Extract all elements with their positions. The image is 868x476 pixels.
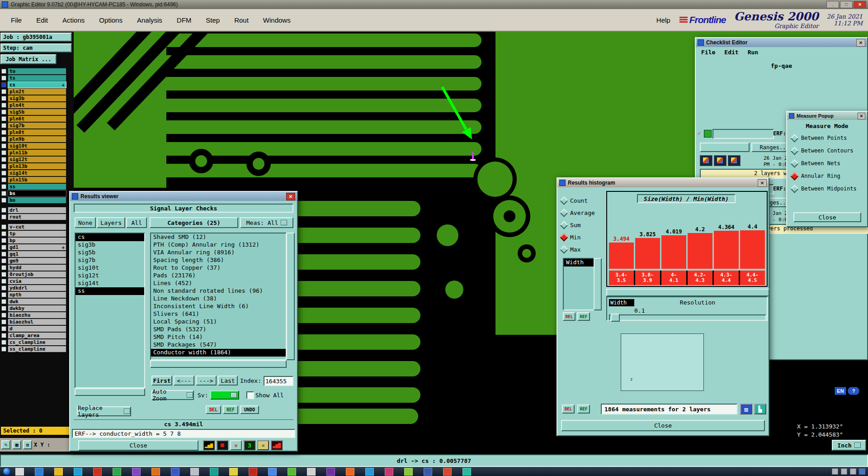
layer-name[interactable]: pln6t — [8, 115, 66, 122]
histogram-bar[interactable]: 3.494 — [609, 236, 634, 269]
list-item[interactable]: sig14t — [75, 280, 144, 287]
taskbar-app-icon[interactable] — [424, 468, 432, 476]
job-matrix-button[interactable]: Job Matrix ... — [0, 54, 57, 64]
close-icon[interactable]: ✕ — [854, 1, 866, 8]
layer-checkbox[interactable] — [1, 208, 6, 213]
count-icon[interactable]: 3 — [244, 440, 255, 450]
menu-item[interactable]: File — [701, 49, 715, 56]
menu-item[interactable]: Edit — [724, 49, 738, 56]
export-icon[interactable]: ▥ — [740, 404, 752, 414]
delete-result-icon[interactable]: ✕ — [230, 440, 242, 450]
ref-button[interactable]: REF — [223, 405, 238, 414]
list-item[interactable]: Width — [564, 259, 594, 267]
v-scrollbar[interactable] — [594, 258, 602, 310]
taskbar-app-icon[interactable] — [249, 468, 257, 476]
taskbar-app-icon[interactable] — [462, 468, 471, 476]
help-chip[interactable]: ? — [848, 387, 859, 395]
layer-row[interactable]: pln2t — [0, 88, 74, 95]
layer-name[interactable]: gd1 — [8, 244, 66, 251]
layer-name[interactable]: ss_clampline — [8, 346, 66, 352]
layer-name[interactable]: dwkby — [8, 305, 66, 312]
layer-row[interactable]: 0routjnb — [0, 271, 74, 278]
layer-row[interactable]: bp — [0, 237, 74, 244]
layer-name[interactable]: pln13b — [8, 163, 66, 170]
layer-checkbox[interactable] — [1, 143, 6, 148]
tray-icon[interactable] — [859, 468, 865, 475]
taskbar-app-icon[interactable] — [268, 468, 277, 476]
maximize-icon[interactable]: □ — [840, 1, 853, 8]
v-scrollbar[interactable] — [286, 233, 295, 360]
taskbar-app-icon[interactable] — [93, 468, 102, 476]
parameters-button[interactable] — [700, 143, 750, 152]
h-scrollbar[interactable] — [150, 360, 287, 368]
layer-checkbox[interactable] — [1, 130, 6, 135]
next-button[interactable]: ---> — [196, 376, 217, 386]
layer-checkbox[interactable] — [1, 164, 6, 169]
histogram-icon[interactable]: ▂▅▇ — [203, 440, 215, 450]
layer-checkbox[interactable] — [1, 96, 6, 101]
list-item[interactable]: SMD Packages (547) — [151, 341, 286, 349]
layer-checkbox[interactable] — [1, 184, 6, 189]
layer-name[interactable]: bs — [8, 190, 66, 197]
layer-checkbox[interactable] — [1, 224, 6, 229]
layer-row[interactable]: bs — [0, 190, 74, 197]
measure-list[interactable]: Width — [563, 258, 594, 310]
layer-row[interactable]: pln11b — [0, 149, 74, 156]
layer-row[interactable]: sig7b — [0, 122, 74, 129]
checklist-titlebar[interactable]: Checklist Editor ✕ — [696, 38, 867, 47]
screen-icon[interactable] — [217, 440, 228, 450]
layer-name[interactable]: cvia — [8, 278, 66, 285]
taskbar-app-icon[interactable] — [210, 468, 218, 476]
layer-row[interactable]: dwk — [0, 298, 74, 305]
list-item[interactable]: sig3b — [75, 241, 144, 249]
measure-mode-option[interactable]: Between Midpoints — [787, 182, 867, 195]
layer-row[interactable]: ydkdrl — [0, 285, 74, 291]
tray-icon[interactable] — [832, 468, 838, 475]
layer-checkbox[interactable] — [1, 76, 6, 81]
layer-row[interactable]: sig5b — [0, 109, 74, 115]
run-icon[interactable] — [700, 155, 712, 166]
width-chip[interactable]: Width — [609, 299, 634, 306]
unit-dropdown[interactable]: Inch — [832, 440, 866, 451]
menu-item[interactable]: Actions — [61, 14, 85, 26]
taskbar-app-icon[interactable] — [443, 468, 452, 476]
layer-row[interactable]: rout — [0, 214, 74, 220]
layer-checkbox[interactable] — [1, 191, 6, 196]
menu-item[interactable]: Windows — [262, 14, 292, 26]
layer-row[interactable]: pln8t — [0, 129, 74, 136]
layer-row[interactable]: v-cut — [0, 224, 74, 230]
layer-name[interactable]: rout — [8, 214, 66, 220]
layer-name[interactable]: gm9 — [8, 257, 66, 264]
layer-row[interactable]: cs — [0, 81, 74, 88]
menu-help[interactable]: Help — [656, 14, 671, 26]
layer-checkbox[interactable] — [1, 272, 6, 277]
close-button[interactable]: Close — [78, 440, 198, 451]
histogram-bar[interactable]: 4.4 — [740, 224, 765, 269]
filter-button[interactable]: Layers — [97, 217, 125, 228]
layer-checkbox[interactable] — [1, 299, 6, 304]
tool-icon-draw[interactable]: ✎ — [1, 440, 10, 449]
taskbar-app-icon[interactable] — [346, 468, 354, 476]
layer-checkbox[interactable] — [1, 286, 6, 290]
list-item[interactable]: Inconsistent Line Width (6) — [151, 303, 286, 310]
list-item[interactable]: Slivers (641) — [151, 310, 286, 318]
list-item[interactable]: sig10t — [75, 264, 144, 272]
app-title-bar[interactable]: Graphic Editor 9.07b2 (00@HY-HYCAM-PC185… — [0, 0, 868, 9]
language-chip[interactable]: EN — [835, 387, 846, 395]
layer-row[interactable]: sig12t — [0, 156, 74, 163]
layer-name[interactable]: sig5b — [8, 109, 66, 115]
histogram-bar[interactable]: 3.825 — [635, 231, 660, 269]
layer-checkbox[interactable] — [1, 306, 6, 311]
report-icon[interactable]: ≡ — [257, 440, 269, 450]
layer-checkbox[interactable] — [1, 333, 6, 338]
layer-row[interactable]: pln15b — [0, 176, 74, 183]
layer-checkbox[interactable] — [1, 265, 6, 270]
menu-item[interactable]: Rout — [233, 14, 250, 26]
menu-item[interactable]: Run — [748, 49, 758, 56]
list-item[interactable]: Pads (23176) — [151, 272, 286, 280]
layer-row[interactable]: cs_clampline — [0, 339, 74, 346]
layer-row[interactable]: tp — [0, 230, 74, 237]
taskbar-app-icon[interactable] — [74, 468, 82, 476]
layer-row[interactable]: hydd — [0, 264, 74, 271]
layer-checkbox[interactable] — [1, 245, 6, 250]
